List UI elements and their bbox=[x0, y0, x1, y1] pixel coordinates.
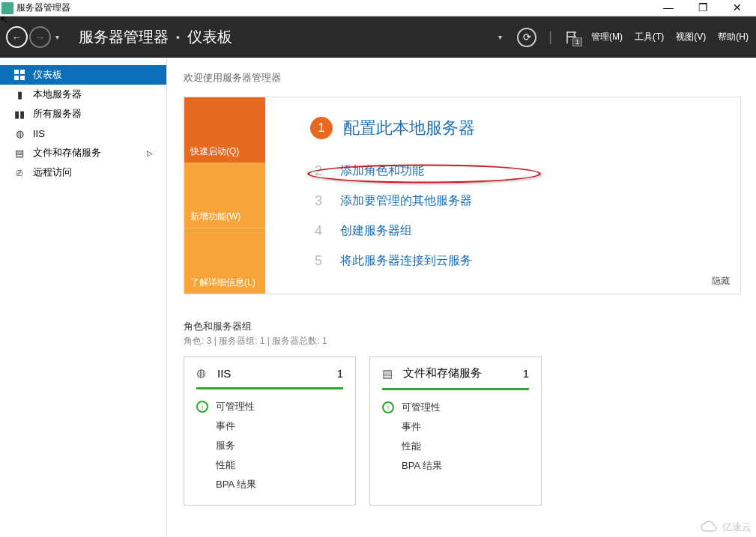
sidebar-item-remote[interactable]: ⎚ 远程访问 bbox=[0, 163, 166, 182]
breadcrumb: 服务器管理器 • 仪表板 bbox=[68, 27, 232, 47]
configure-server-label: 配置此本地服务器 bbox=[343, 117, 475, 139]
tile-row-performance[interactable]: 性能 bbox=[196, 455, 343, 475]
roles-subtitle: 角色: 3 | 服务器组: 1 | 服务器总数: 1 bbox=[184, 335, 741, 348]
menu-tools[interactable]: 工具(T) bbox=[635, 31, 664, 43]
nav-forward-button[interactable]: → bbox=[29, 26, 51, 48]
welcome-heading: 欢迎使用服务器管理器 bbox=[184, 71, 741, 85]
dashboard-icon bbox=[13, 69, 25, 81]
tile-row-manageability[interactable]: ↑可管理性 bbox=[196, 397, 343, 416]
add-roles-link[interactable]: 2 添加角色和功能 bbox=[310, 156, 718, 186]
tile-storage[interactable]: ▤ 文件和存储服务 1 ↑可管理性 事件 性能 BPA 结果 bbox=[369, 357, 542, 506]
tile-row-label: BPA 结果 bbox=[402, 459, 442, 473]
chevron-right-icon: • bbox=[176, 31, 180, 43]
tile-row-label: 可管理性 bbox=[216, 400, 255, 413]
sidebar-item-dashboard[interactable]: 仪表板 bbox=[0, 65, 166, 85]
configure-server-link[interactable]: 1 配置此本地服务器 bbox=[310, 117, 718, 139]
app-icon bbox=[1, 2, 13, 14]
step-label: 将此服务器连接到云服务 bbox=[340, 253, 472, 269]
separator: | bbox=[548, 29, 552, 45]
tile-row-bpa[interactable]: BPA 结果 bbox=[382, 456, 529, 476]
svg-rect-0 bbox=[14, 70, 19, 74]
tile-row-label: 事件 bbox=[216, 419, 235, 433]
tile-title: 文件和存储服务 bbox=[403, 366, 482, 380]
close-button[interactable]: ✕ bbox=[720, 1, 755, 16]
tab-quickstart[interactable]: 快速启动(Q) bbox=[184, 97, 265, 163]
tile-row-label: 事件 bbox=[402, 420, 421, 434]
tile-row-label: BPA 结果 bbox=[216, 478, 256, 491]
breadcrumb-root[interactable]: 服务器管理器 bbox=[79, 27, 169, 47]
step-label: 添加要管理的其他服务器 bbox=[340, 193, 472, 209]
menu-manage[interactable]: 管理(M) bbox=[591, 31, 623, 43]
step-number: 4 bbox=[310, 223, 327, 239]
sidebar-item-iis[interactable]: ◍ IIS bbox=[0, 124, 166, 143]
watermark: 亿速云 bbox=[700, 521, 752, 534]
step-label: 添加角色和功能 bbox=[340, 163, 424, 179]
menu-view[interactable]: 视图(V) bbox=[676, 31, 706, 43]
sidebar-item-label: 仪表板 bbox=[33, 68, 62, 82]
connect-cloud-link[interactable]: 5 将此服务器连接到云服务 bbox=[310, 246, 718, 276]
tile-iis[interactable]: ◍ IIS 1 ↑可管理性 事件 服务 性能 BPA 结果 bbox=[184, 357, 356, 506]
header-bar: ← → ▾ 服务器管理器 • 仪表板 ▾ ⟳ | 1 管理(M) 工具(T) 视… bbox=[0, 16, 756, 58]
step-number: 5 bbox=[310, 253, 327, 269]
sidebar-item-label: 文件和存储服务 bbox=[33, 146, 101, 160]
tile-row-label: 性能 bbox=[216, 458, 235, 472]
tile-count: 1 bbox=[337, 367, 343, 380]
tile-count: 1 bbox=[523, 367, 529, 380]
notifications-button[interactable]: 1 bbox=[564, 30, 579, 45]
sidebar-item-label: 所有服务器 bbox=[33, 107, 82, 121]
tile-row-services[interactable]: 服务 bbox=[196, 436, 343, 455]
nav-back-button[interactable]: ← bbox=[6, 26, 28, 48]
sidebar-item-label: IIS bbox=[33, 128, 45, 139]
tab-whatsnew[interactable]: 新增功能(W) bbox=[184, 163, 265, 228]
sidebar-item-label: 本地服务器 bbox=[33, 88, 82, 101]
tile-row-events[interactable]: 事件 bbox=[382, 417, 529, 437]
sidebar-item-all-servers[interactable]: ▮▮ 所有服务器 bbox=[0, 104, 166, 124]
notification-badge: 1 bbox=[572, 37, 582, 46]
arrow-up-icon: ↑ bbox=[382, 401, 394, 413]
breadcrumb-current: 仪表板 bbox=[187, 27, 232, 47]
menu-help[interactable]: 帮助(H) bbox=[718, 31, 749, 43]
tab-label: 了解详细信息(L) bbox=[190, 276, 255, 289]
hide-button[interactable]: 隐藏 bbox=[712, 275, 730, 288]
sidebar-item-label: 远程访问 bbox=[33, 166, 72, 179]
storage-icon: ▤ bbox=[13, 147, 25, 159]
header-dropdown-icon[interactable]: ▾ bbox=[495, 33, 505, 41]
server-icon: ▮ bbox=[13, 88, 25, 100]
tile-row-label: 性能 bbox=[402, 440, 421, 453]
main-content: 欢迎使用服务器管理器 快速启动(Q) 新增功能(W) 了解详细信息(L) 1 配… bbox=[167, 58, 756, 537]
window-title: 服务器管理器 bbox=[16, 1, 70, 14]
maximize-button[interactable]: ❐ bbox=[686, 1, 720, 16]
refresh-button[interactable]: ⟳ bbox=[517, 28, 536, 47]
storage-icon: ▤ bbox=[382, 367, 396, 380]
tab-learnmore[interactable]: 了解详细信息(L) bbox=[184, 228, 265, 294]
chevron-right-icon: ▷ bbox=[147, 149, 153, 157]
sidebar-item-storage[interactable]: ▤ 文件和存储服务 ▷ bbox=[0, 143, 166, 163]
tab-label: 快速启动(Q) bbox=[190, 145, 239, 158]
tile-row-label: 服务 bbox=[216, 439, 235, 452]
step-number: 2 bbox=[310, 163, 327, 179]
step-number: 3 bbox=[310, 193, 327, 209]
tile-title: IIS bbox=[217, 367, 231, 380]
svg-rect-1 bbox=[20, 70, 25, 74]
sidebar-item-local-server[interactable]: ▮ 本地服务器 bbox=[0, 85, 166, 104]
minimize-button[interactable]: — bbox=[651, 1, 686, 16]
tile-row-performance[interactable]: 性能 bbox=[382, 437, 529, 456]
tile-row-label: 可管理性 bbox=[402, 401, 441, 414]
add-servers-link[interactable]: 3 添加要管理的其他服务器 bbox=[310, 186, 718, 216]
nav-dropdown-icon[interactable]: ▾ bbox=[52, 33, 62, 41]
servers-icon: ▮▮ bbox=[13, 108, 25, 120]
create-group-link[interactable]: 4 创建服务器组 bbox=[310, 216, 718, 246]
tile-row-manageability[interactable]: ↑可管理性 bbox=[382, 398, 529, 417]
welcome-panel: 快速启动(Q) 新增功能(W) 了解详细信息(L) 1 配置此本地服务器 2 添… bbox=[184, 97, 741, 294]
step-label: 创建服务器组 bbox=[340, 223, 412, 239]
status-bar bbox=[382, 388, 529, 390]
tile-row-bpa[interactable]: BPA 结果 bbox=[196, 475, 343, 494]
roles-heading: 角色和服务器组 bbox=[184, 320, 741, 333]
iis-icon: ◍ bbox=[196, 366, 210, 380]
cloud-icon bbox=[700, 521, 719, 534]
tab-label: 新增功能(W) bbox=[190, 210, 241, 223]
tile-row-events[interactable]: 事件 bbox=[196, 416, 343, 436]
sidebar: 仪表板 ▮ 本地服务器 ▮▮ 所有服务器 ◍ IIS ▤ 文件和存储服务 ▷ ⎚… bbox=[0, 58, 167, 537]
step-number-1: 1 bbox=[310, 117, 333, 139]
svg-rect-3 bbox=[20, 76, 25, 80]
